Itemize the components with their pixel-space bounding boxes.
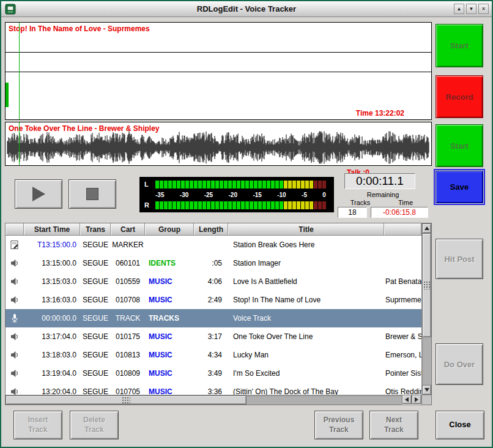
scroll-right-button[interactable] [412,395,421,404]
log-row[interactable]: 13:19:04.0SEGUE010809MUSIC3:49I'm So Exc… [6,364,421,383]
cell-group: MUSIC [145,346,194,364]
cell-group: IDENTS [145,254,194,272]
speaker-icon [6,272,24,291]
cell-trans: SEGUE [80,309,111,327]
column-header-cart: Cart [111,223,145,235]
cell-title: Stop! In The Name of Love [228,291,384,309]
time-remaining-value: -0:06:15.8 [371,207,428,218]
vertical-scroll-track[interactable] [422,233,431,385]
cell-title: Station Imager [228,254,384,272]
scrollbar-corner [421,395,431,405]
cell-trans: SEGUE [80,364,111,383]
cell-start-time: T13:15:00.0 [24,236,80,254]
cell-start-time: 13:20:04.0 [24,383,80,395]
cell-cart: 060101 [111,254,145,272]
column-header-trans: Trans [80,223,111,235]
horizontal-scroll-track[interactable] [6,395,402,405]
stop-button[interactable] [69,179,116,209]
play-button[interactable] [15,179,62,209]
close-icon[interactable]: ✕ [478,4,489,14]
delete-track-button[interactable]: Delete Track [70,411,119,439]
cell-start-time: 13:19:04.0 [24,364,80,383]
maximize-icon[interactable]: ▲ [454,4,464,14]
start-track1-button[interactable]: Start [436,24,483,67]
cell-artist: Pointer Sist [384,364,421,383]
cell-trans: SEGUE [80,236,111,254]
hit-post-button[interactable]: Hit Post [436,239,483,279]
cell-trans: SEGUE [80,346,111,364]
grip-icon [423,281,431,289]
cell-start-time: 00:00:00.0 [24,309,80,327]
cell-artist: Otis Reddin [384,383,421,395]
log-row[interactable]: T13:15:00.0SEGUEMARKERStation Break Goes… [6,236,421,254]
track1-waveform-panel: Stop! In The Name of Love - Suprmemes Ti… [5,22,432,120]
remaining-label: Remaining [338,191,428,198]
playhead-line [19,122,20,165]
arrow-left-icon [405,397,409,402]
track-divider-line [6,52,431,53]
playhead-line [19,23,20,119]
cell-cart: 010708 [111,291,145,309]
scroll-down-button[interactable] [422,385,431,395]
cell-start-time: 13:15:03.0 [24,272,80,291]
record-button[interactable]: Record [436,75,483,118]
titlebar[interactable]: RDLogEdit - Voice Tracker ▲ ▼ ✕ [1,1,492,17]
log-row[interactable]: 13:18:03.0SEGUE010813MUSIC4:34Lucky ManE… [6,346,421,364]
vertical-scroll-thumb[interactable] [422,233,431,337]
cell-title: Voice Track [228,309,384,327]
do-over-button[interactable]: Do Over [436,343,483,385]
minimize-icon[interactable]: ▼ [466,4,476,14]
tracks-remaining-value: 18 [338,207,367,218]
cell-artist: Suprmemes [384,291,421,309]
start-track2-button[interactable]: Start [436,124,483,167]
column-header-spacer [6,223,24,235]
log-row[interactable]: 13:20:04.0SEGUE010705MUSIC3:36(Sittin' O… [6,383,421,395]
log-row[interactable]: 00:00:00.0SEGUETRACKTRACKSVoice Track [6,309,421,327]
cell-trans: SEGUE [80,272,111,291]
cell-length [194,236,228,254]
cell-group: MUSIC [145,291,194,309]
close-button[interactable]: Close [436,411,484,439]
meter-left-channel: L [144,180,329,189]
cell-length [194,309,228,327]
scroll-left-button[interactable] [402,395,412,404]
elapsed-time-display: 0:00:11.1 [344,173,415,189]
save-button[interactable]: Save [436,171,483,203]
log-row[interactable]: 13:15:03.0SEGUE010559MUSIC4:06Love Is A … [6,272,421,291]
vertical-scrollbar[interactable] [421,223,431,395]
horizontal-scrollbar[interactable] [6,395,421,405]
speaker-icon [6,254,24,272]
cell-artist: Emerson, L [384,346,421,364]
cell-length: 3:17 [194,327,228,346]
meter-segments [155,181,326,189]
log-row[interactable]: 13:15:00.0SEGUE060101IDENTS:05Station Im… [6,254,421,272]
next-track-button[interactable]: Next Track [369,411,418,439]
cell-cart: 010559 [111,272,145,291]
meter-right-label: R [144,201,155,209]
cell-group: MUSIC [145,327,194,346]
cell-cart: TRACK [111,309,145,327]
horizontal-scroll-thumb[interactable] [6,395,247,405]
insert-track-button[interactable]: Insert Track [13,411,62,439]
meter-segments [155,201,326,209]
previous-track-button[interactable]: Previous Track [314,411,363,439]
track2-waveform-panel: One Toke Over The Line - Brewer & Shiple… [5,122,432,166]
log-row[interactable]: 13:17:04.0SEGUE010175MUSIC3:17One Toke O… [6,327,421,346]
cell-title: Lucky Man [228,346,384,364]
cell-cart: 010705 [111,383,145,395]
scroll-up-button[interactable] [422,223,431,233]
cell-start-time: 13:16:03.0 [24,291,80,309]
rdlogedit-app-icon [4,3,17,15]
time-remaining-label: Time [383,199,428,206]
cell-trans: SEGUE [80,327,111,346]
meter-right-channel: R [144,201,329,209]
column-header-start-time: Start Time [24,223,80,235]
waveform [6,131,431,164]
meter-left-label: L [144,181,155,188]
cell-title: (Sittin' On) The Dock of The Bay [228,383,384,395]
log-row[interactable]: 13:16:03.0SEGUE010708MUSIC2:49Stop! In T… [6,291,421,309]
cell-artist [384,236,421,254]
track1-title: Stop! In The Name of Love - Suprmemes [9,24,150,33]
play-icon [32,187,45,201]
arrow-right-icon [415,397,418,402]
